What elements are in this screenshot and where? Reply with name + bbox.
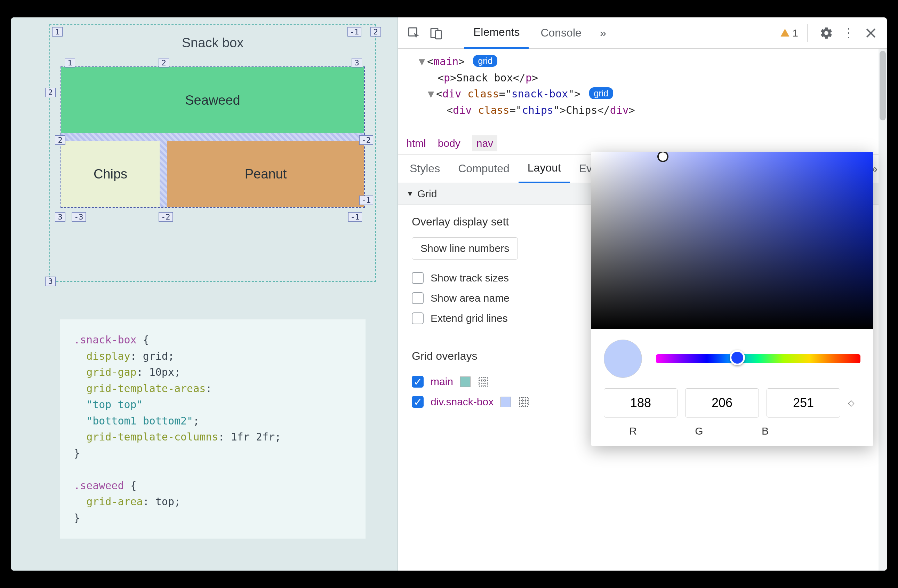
line-number: 2	[158, 58, 169, 68]
sv-cursor[interactable]	[657, 152, 669, 162]
close-devtools-icon[interactable]	[861, 23, 881, 43]
devtools-pane: Elements Console » 1 ⋮ ▼<main> grid <p>S…	[398, 17, 887, 571]
line-number: -1	[348, 27, 362, 37]
overlay-color-swatch[interactable]	[460, 376, 471, 387]
line-number: 2	[55, 135, 65, 145]
svg-rect-4	[519, 397, 528, 406]
more-tabs-icon[interactable]: »	[594, 23, 613, 43]
line-number: 1	[52, 27, 63, 37]
reveal-in-elements-icon[interactable]	[518, 396, 530, 408]
device-toolbar-icon[interactable]	[426, 23, 446, 43]
scrollbar-thumb[interactable]	[880, 51, 886, 120]
grid-badge[interactable]: grid	[473, 55, 497, 67]
tab-elements[interactable]: Elements	[464, 17, 529, 49]
line-number: -3	[72, 212, 86, 222]
checkbox-extend-lines[interactable]	[412, 312, 424, 324]
inspect-element-icon[interactable]	[404, 23, 424, 43]
settings-icon[interactable]	[817, 23, 836, 43]
svg-rect-3	[479, 377, 488, 386]
b-input[interactable]	[767, 388, 840, 417]
overlay-label-snackbox[interactable]: div.snack-box	[431, 396, 494, 408]
hue-thumb[interactable]	[730, 350, 745, 365]
tab-console[interactable]: Console	[531, 17, 590, 49]
checkbox-overlay-main[interactable]: ✓	[412, 376, 424, 388]
g-label: G	[670, 425, 728, 437]
scrollbar[interactable]	[878, 49, 887, 571]
breadcrumb[interactable]: html body nav	[398, 132, 887, 154]
inner-grid-overlay: 1 2 3 2 -2 -1 3 -3 -2 -1 Seaweed Chips P…	[60, 66, 365, 208]
subtab-computed[interactable]: Computed	[449, 154, 518, 183]
line-number: 3	[55, 212, 65, 222]
g-input[interactable]	[685, 388, 759, 417]
hue-slider[interactable]	[656, 354, 860, 363]
line-number: 2	[371, 27, 381, 37]
current-color-swatch[interactable]	[604, 340, 642, 378]
checkbox-area-names[interactable]	[412, 292, 424, 304]
preview-title: Snack box	[50, 25, 375, 66]
line-number: -2	[158, 212, 173, 222]
outer-grid-overlay: 1 -1 2 2 3 Snack box 1 2 3 2 -2 -1 3 -3 …	[49, 25, 376, 282]
label-area-names: Show area name	[431, 292, 509, 304]
line-number: 3	[45, 277, 55, 286]
label-extend-lines: Extend grid lines	[431, 312, 508, 324]
b-label: B	[736, 425, 794, 437]
css-code-block: .snack-box { display: grid; grid-gap: 10…	[60, 319, 366, 539]
line-number: 2	[45, 88, 55, 97]
grid-cell-peanut: Peanut	[167, 141, 364, 207]
overlay-label-main[interactable]: main	[431, 376, 453, 388]
warning-count[interactable]: 1	[780, 27, 798, 39]
rendered-page-preview: 1 -1 2 2 3 Snack box 1 2 3 2 -2 -1 3 -3 …	[11, 17, 398, 571]
line-number: -1	[348, 212, 362, 222]
color-mode-toggle[interactable]: ◇	[848, 398, 860, 408]
r-input[interactable]	[604, 388, 678, 417]
r-label: R	[604, 425, 662, 437]
sv-color-plane[interactable]	[591, 152, 873, 329]
subtab-layout[interactable]: Layout	[518, 154, 570, 183]
svg-rect-2	[435, 31, 441, 38]
breadcrumb-item[interactable]: body	[438, 137, 460, 149]
devtools-toolbar: Elements Console » 1 ⋮	[398, 17, 887, 49]
grid-cell-chips: Chips	[61, 141, 160, 207]
checkbox-overlay-snackbox[interactable]: ✓	[412, 396, 424, 408]
checkbox-track-sizes[interactable]	[412, 272, 424, 284]
label-track-sizes: Show track sizes	[431, 272, 509, 284]
overlay-color-swatch[interactable]	[500, 397, 511, 407]
breadcrumb-item[interactable]: nav	[472, 135, 497, 151]
line-number: 3	[352, 58, 362, 68]
line-number-dropdown[interactable]: Show line numbers	[412, 237, 518, 260]
line-number: 1	[65, 58, 75, 68]
kebab-menu-icon[interactable]: ⋮	[839, 23, 858, 43]
dom-tree[interactable]: ▼<main> grid <p>Snack box</p> ▼<div clas…	[398, 49, 887, 132]
grid-cell-seaweed: Seaweed	[61, 67, 364, 133]
line-number: -2	[359, 135, 374, 145]
line-number: -1	[359, 195, 374, 205]
breadcrumb-item[interactable]: html	[406, 137, 426, 149]
color-picker-popover: ◇ R G B	[591, 152, 873, 446]
reveal-in-elements-icon[interactable]	[478, 376, 489, 388]
subtab-styles[interactable]: Styles	[401, 154, 449, 183]
grid-badge[interactable]: grid	[589, 87, 614, 99]
